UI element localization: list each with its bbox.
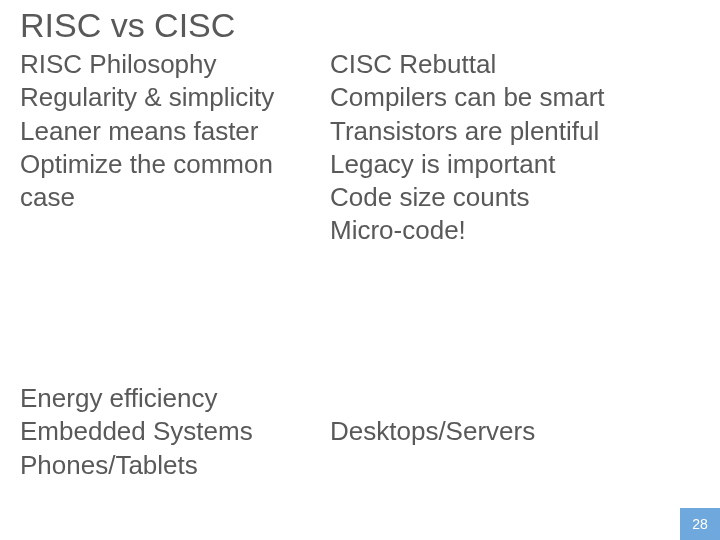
risc-app: Phones/Tablets (20, 449, 320, 482)
cisc-point: Code size counts (330, 181, 700, 214)
slide: RISC vs CISC RISC Philosophy Regularity … (0, 0, 720, 540)
risc-point: Regularity & simplicity (20, 81, 320, 114)
risc-app: Energy efficiency (20, 382, 320, 415)
cisc-point: Compilers can be smart (330, 81, 700, 114)
risc-point: Optimize the common case (20, 148, 320, 215)
cisc-app: Desktops/Servers (330, 415, 700, 448)
cisc-point: Transistors are plentiful (330, 115, 700, 148)
slide-title: RISC vs CISC (20, 6, 235, 45)
cisc-heading: CISC Rebuttal (330, 48, 700, 81)
cisc-point: Legacy is important (330, 148, 700, 181)
cisc-point: Micro-code! (330, 214, 700, 247)
left-column: RISC Philosophy Regularity & simplicity … (20, 48, 320, 214)
risc-app: Embedded Systems (20, 415, 320, 448)
risc-point: Leaner means faster (20, 115, 320, 148)
page-number: 28 (680, 508, 720, 540)
risc-heading: RISC Philosophy (20, 48, 320, 81)
right-column: CISC Rebuttal Compilers can be smart Tra… (330, 48, 700, 248)
right-apps: Desktops/Servers (330, 415, 700, 448)
left-apps: Energy efficiency Embedded Systems Phone… (20, 382, 320, 482)
